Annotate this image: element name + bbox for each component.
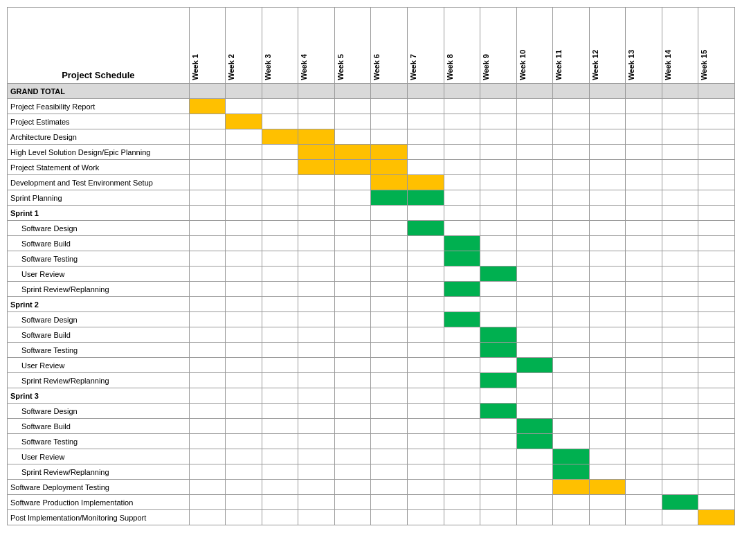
week-header-3: Week 3	[262, 8, 298, 84]
gantt-cell-r0-c1	[226, 84, 262, 99]
row-label-21: Software Design	[8, 404, 190, 419]
gantt-cell-r18-c12	[626, 358, 662, 373]
gantt-cell-r14-c6	[408, 297, 444, 312]
gantt-cell-r9-c6	[408, 221, 444, 236]
gantt-cell-r25-c4	[334, 464, 371, 480]
gantt-cell-r0-c2	[262, 84, 298, 99]
gantt-cell-r5-c14	[698, 160, 735, 175]
gantt-cell-r17-c9	[516, 343, 553, 358]
gantt-cell-r16-c10	[553, 327, 590, 343]
gantt-cell-r4-c3	[298, 145, 335, 160]
gantt-cell-r0-c5	[371, 84, 408, 99]
gantt-cell-r27-c12	[626, 495, 662, 510]
gantt-cell-r27-c10	[553, 495, 590, 510]
gantt-cell-r10-c13	[662, 236, 698, 251]
table-row: Software Design	[8, 221, 735, 236]
gantt-cell-r25-c10	[553, 464, 590, 480]
week-header-12: Week 12	[589, 8, 626, 84]
gantt-cell-r13-c10	[553, 282, 590, 297]
row-label-7: Sprint Planning	[8, 190, 190, 206]
gantt-cell-r4-c10	[553, 145, 590, 160]
gantt-cell-r7-c11	[589, 190, 626, 206]
row-label-11: Software Testing	[8, 251, 190, 267]
gantt-cell-r10-c3	[298, 236, 335, 251]
gantt-cell-r8-c1	[226, 206, 262, 221]
gantt-cell-r0-c13	[662, 84, 698, 99]
gantt-cell-r12-c14	[698, 267, 735, 282]
gantt-cell-r23-c6	[408, 434, 444, 449]
gantt-cell-r6-c14	[698, 175, 735, 190]
gantt-cell-r12-c13	[662, 267, 698, 282]
gantt-cell-r13-c0	[189, 282, 226, 297]
gantt-cell-r23-c11	[589, 434, 626, 449]
gantt-cell-r17-c4	[334, 343, 371, 358]
gantt-cell-r7-c8	[480, 190, 517, 206]
gantt-cell-r19-c7	[444, 373, 480, 388]
gantt-cell-r21-c7	[444, 404, 480, 419]
gantt-cell-r16-c11	[589, 327, 626, 343]
gantt-cell-r5-c11	[589, 160, 626, 175]
gantt-cell-r1-c4	[334, 99, 371, 114]
gantt-cell-r4-c6	[408, 145, 444, 160]
gantt-cell-r20-c8	[480, 388, 517, 404]
week-header-10: Week 10	[516, 8, 553, 84]
gantt-cell-r22-c0	[189, 419, 226, 434]
gantt-cell-r23-c12	[626, 434, 662, 449]
gantt-cell-r7-c0	[189, 190, 226, 206]
gantt-cell-r17-c2	[262, 343, 298, 358]
gantt-cell-r17-c8	[480, 343, 517, 358]
gantt-cell-r9-c0	[189, 221, 226, 236]
gantt-cell-r17-c11	[589, 343, 626, 358]
gantt-cell-r1-c3	[298, 99, 335, 114]
gantt-cell-r24-c14	[698, 449, 735, 464]
row-label-26: Software Deployment Testing	[8, 480, 190, 495]
gantt-cell-r27-c4	[334, 495, 371, 510]
gantt-cell-r11-c10	[553, 251, 590, 267]
gantt-cell-r20-c6	[408, 388, 444, 404]
gantt-cell-r9-c3	[298, 221, 335, 236]
gantt-cell-r16-c13	[662, 327, 698, 343]
gantt-cell-r10-c14	[698, 236, 735, 251]
gantt-cell-r27-c13	[662, 495, 698, 510]
gantt-cell-r22-c10	[553, 419, 590, 434]
gantt-cell-r23-c8	[480, 434, 517, 449]
gantt-cell-r28-c8	[480, 510, 517, 525]
gantt-cell-r26-c5	[371, 480, 408, 495]
gantt-cell-r18-c4	[334, 358, 371, 373]
gantt-cell-r12-c2	[262, 267, 298, 282]
gantt-cell-r11-c11	[589, 251, 626, 267]
row-label-28: Post Implementation/Monitoring Support	[8, 510, 190, 525]
gantt-cell-r19-c2	[262, 373, 298, 388]
gantt-cell-r15-c4	[334, 312, 371, 327]
gantt-cell-r23-c7	[444, 434, 480, 449]
gantt-cell-r28-c2	[262, 510, 298, 525]
table-row: Software Testing	[8, 343, 735, 358]
gantt-cell-r6-c10	[553, 175, 590, 190]
gantt-cell-r13-c7	[444, 282, 480, 297]
gantt-cell-r9-c1	[226, 221, 262, 236]
gantt-cell-r10-c5	[371, 236, 408, 251]
gantt-cell-r1-c12	[626, 99, 662, 114]
gantt-cell-r27-c9	[516, 495, 553, 510]
gantt-cell-r0-c6	[408, 84, 444, 99]
gantt-cell-r5-c13	[662, 160, 698, 175]
gantt-cell-r13-c1	[226, 282, 262, 297]
gantt-cell-r25-c0	[189, 464, 226, 480]
gantt-cell-r13-c3	[298, 282, 335, 297]
gantt-cell-r12-c11	[589, 267, 626, 282]
gantt-cell-r18-c1	[226, 358, 262, 373]
gantt-cell-r14-c10	[553, 297, 590, 312]
gantt-cell-r11-c8	[480, 251, 517, 267]
gantt-cell-r10-c12	[626, 236, 662, 251]
gantt-cell-r24-c5	[371, 449, 408, 464]
gantt-cell-r17-c0	[189, 343, 226, 358]
gantt-cell-r16-c2	[262, 327, 298, 343]
gantt-cell-r22-c9	[516, 419, 553, 434]
gantt-cell-r26-c7	[444, 480, 480, 495]
gantt-cell-r27-c8	[480, 495, 517, 510]
gantt-cell-r28-c9	[516, 510, 553, 525]
gantt-cell-r22-c12	[626, 419, 662, 434]
gantt-cell-r16-c1	[226, 327, 262, 343]
gantt-cell-r25-c13	[662, 464, 698, 480]
gantt-cell-r0-c9	[516, 84, 553, 99]
